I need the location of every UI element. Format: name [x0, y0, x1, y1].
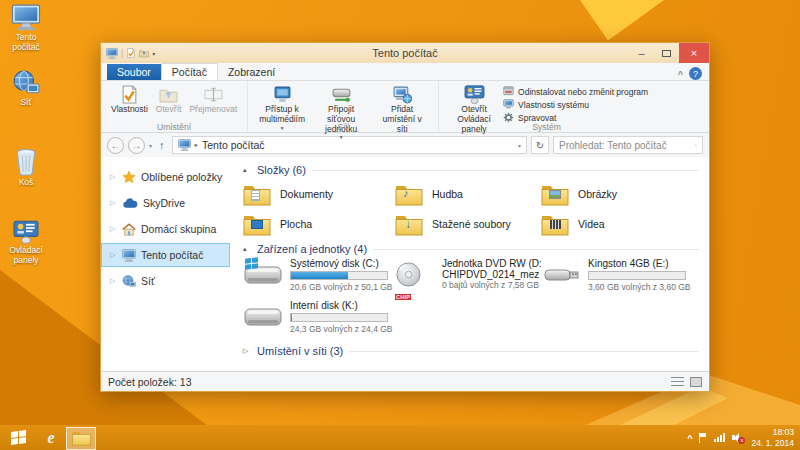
expander-icon[interactable]: ▷	[110, 251, 117, 259]
drive-item-usb[interactable]: Kingston 4GB (E:) 3,60 GB volných z 3,60…	[541, 258, 699, 300]
help-icon[interactable]: ?	[689, 67, 702, 80]
sidebar-item-skydrive[interactable]: ▷ SkyDrive	[101, 191, 230, 215]
star-icon	[122, 170, 136, 184]
folder-item-downloads[interactable]: ↓ Stažené soubory	[395, 209, 541, 239]
system-tray: ^ x 18:03 24. 1. 2014	[687, 427, 800, 449]
folder-item-videos[interactable]: Videa	[541, 209, 699, 239]
status-bar: Počet položek: 13	[101, 371, 709, 391]
desktop-icon-recycle-bin[interactable]: Koš	[2, 148, 50, 188]
collapse-ribbon-icon[interactable]: ^	[678, 69, 683, 79]
map-drive-icon	[332, 85, 351, 104]
desktop-icon-label: Síť	[20, 98, 31, 108]
drive-item-c[interactable]: Systémový disk (C:) 20,6 GB volných z 50…	[243, 258, 395, 300]
expander-icon[interactable]: ▷	[110, 277, 117, 285]
section-rule	[312, 170, 699, 171]
desktop-icon-this-pc[interactable]: Tento počítač	[2, 4, 50, 53]
new-folder-qat-icon[interactable]	[139, 48, 149, 58]
system-properties-button[interactable]: Vlastnosti systému	[503, 99, 648, 110]
network-signal-icon[interactable]	[714, 433, 725, 442]
computer-mini-icon	[178, 139, 191, 151]
maximize-button[interactable]	[654, 43, 679, 63]
properties-qat-icon[interactable]	[126, 48, 136, 58]
windows-flag-icon	[245, 257, 258, 269]
map-network-drive-button[interactable]: Připojit síťovou jednotku ▾	[310, 84, 372, 142]
title-bar[interactable]: | ▾ Tento počítač – ×	[101, 43, 709, 63]
desktop-icon-control-panel[interactable]: Ovládací panely	[2, 220, 50, 266]
drive-item-k[interactable]: Interní disk (K:) 24,3 GB volných z 24,4…	[243, 300, 395, 342]
windows-logo-icon	[11, 430, 26, 445]
address-dropdown-caret-icon[interactable]: ▾	[518, 142, 521, 149]
capacity-bar	[290, 313, 388, 322]
devices-section-header[interactable]: ▴ Zařízení a jednotky (4)	[243, 243, 699, 255]
uninstall-program-button[interactable]: Odinstalovat nebo změnit program	[503, 86, 648, 97]
search-input[interactable]	[559, 140, 691, 151]
action-center-flag-icon[interactable]	[699, 433, 707, 443]
volume-muted-icon[interactable]: x	[732, 432, 744, 443]
qat-customize-caret-icon[interactable]: ▾	[152, 50, 155, 57]
address-bar-row: ← → ▾ ↑ ▸ Tento počítač ▾ ↻	[101, 133, 709, 157]
breadcrumb-path: Tento počítač	[202, 139, 264, 151]
tray-clock[interactable]: 18:03 24. 1. 2014	[751, 427, 794, 449]
expander-icon[interactable]: ▷	[110, 199, 117, 207]
item-count: Počet položek: 13	[108, 376, 191, 388]
tab-computer[interactable]: Počítač	[161, 63, 218, 80]
rename-button[interactable]: Přejmenovat	[185, 84, 241, 116]
expand-section-icon[interactable]: ▷	[243, 347, 251, 355]
ribbon-group-system: Otevřít Ovládací panely Odinstalovat neb…	[439, 81, 654, 132]
drive-item-dvd[interactable]: CHIP Jednotka DVD RW (D:) CHIPDVD_0214_m…	[395, 258, 541, 300]
refresh-button[interactable]: ↻	[531, 136, 549, 154]
navigation-pane: ▷ Oblíbené položky ▷ SkyDrive ▷ Domácí s…	[101, 157, 231, 371]
expander-icon[interactable]: ▷	[110, 173, 117, 181]
ribbon: Vlastnosti Otevřít Přejmenovat Umístění …	[101, 81, 709, 133]
network-globe-icon	[12, 70, 40, 96]
properties-icon	[120, 85, 139, 104]
add-network-location-icon	[393, 85, 412, 104]
up-button[interactable]: ↑	[156, 139, 168, 151]
details-view-icon[interactable]	[671, 377, 684, 387]
collapse-section-icon[interactable]: ▴	[243, 245, 251, 253]
close-button[interactable]: ×	[679, 43, 709, 63]
folders-section-header[interactable]: ▴ Složky (6)	[243, 164, 699, 176]
content-pane: ▴ Složky (6) Dokumenty ♪ Hudba Obrázky	[231, 157, 709, 371]
monitor-overlay-icon	[251, 220, 263, 229]
taskbar: e ^ x 18:03 24. 1. 2014	[0, 425, 800, 450]
network-locations-section-header[interactable]: ▷ Umístění v síti (3)	[243, 345, 699, 357]
open-button[interactable]: Otevřít	[152, 84, 186, 116]
taskbar-explorer-button[interactable]	[66, 427, 96, 450]
caption-buttons: – ×	[629, 43, 709, 63]
recent-locations-caret-icon[interactable]: ▾	[149, 142, 152, 149]
folder-item-documents[interactable]: Dokumenty	[243, 179, 395, 209]
back-button[interactable]: ←	[107, 137, 124, 154]
tab-file[interactable]: Soubor	[107, 64, 161, 80]
collapse-section-icon[interactable]: ▴	[243, 166, 251, 174]
taskbar-ie-button[interactable]: e	[36, 425, 66, 450]
media-access-icon	[273, 85, 292, 104]
search-box[interactable]	[553, 136, 703, 154]
usb-drive-icon	[541, 261, 581, 287]
start-button[interactable]	[0, 425, 36, 450]
thumbnails-view-icon[interactable]	[690, 377, 702, 387]
folder-item-pictures[interactable]: Obrázky	[541, 179, 699, 209]
sidebar-item-favorites[interactable]: ▷ Oblíbené položky	[101, 165, 230, 189]
sidebar-item-network[interactable]: ▷ Síť	[101, 269, 230, 293]
properties-button[interactable]: Vlastnosti	[107, 84, 152, 116]
volume-label: CHIPDVD_0214_mez	[442, 269, 541, 280]
minimize-button[interactable]: –	[629, 43, 654, 63]
cloud-icon	[122, 198, 138, 209]
mute-badge-icon: x	[738, 437, 745, 444]
desktop-icon-network[interactable]: Síť	[2, 70, 50, 108]
film-overlay-icon	[549, 220, 561, 229]
search-icon[interactable]	[695, 140, 697, 151]
recycle-bin-icon	[15, 148, 37, 176]
sidebar-item-homegroup[interactable]: ▷ Domácí skupina	[101, 217, 230, 241]
window-title: Tento počítač	[101, 47, 709, 59]
tray-chevron-icon[interactable]: ^	[687, 433, 692, 443]
folder-item-music[interactable]: ♪ Hudba	[395, 179, 541, 209]
sidebar-item-this-pc[interactable]: ▷ Tento počítač	[101, 243, 230, 267]
expander-icon[interactable]: ▷	[110, 225, 117, 233]
forward-button[interactable]: →	[128, 137, 145, 154]
folder-item-desktop[interactable]: Plocha	[243, 209, 395, 239]
section-rule	[349, 351, 699, 352]
tab-view[interactable]: Zobrazení	[218, 64, 285, 80]
desktop-icon-label: Tento počítač	[2, 33, 50, 53]
